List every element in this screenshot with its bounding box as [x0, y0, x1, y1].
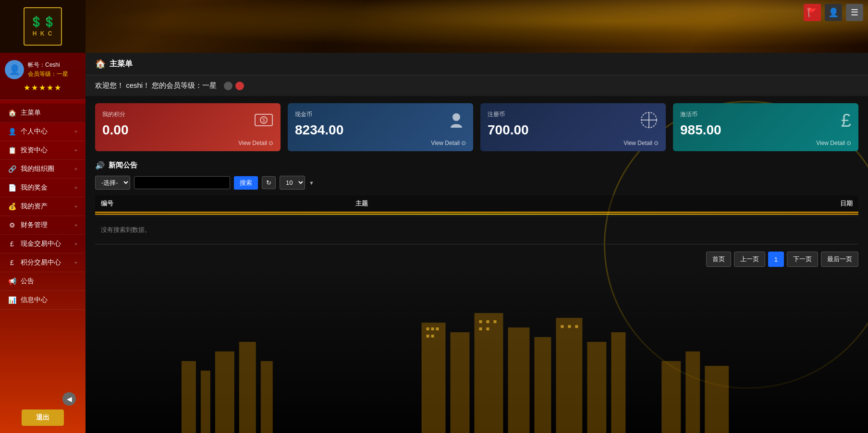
assets-nav-icon: 💰: [7, 203, 17, 210]
svg-rect-29: [486, 320, 489, 323]
sidebar-item-main-menu[interactable]: 🏠 主菜单: [0, 104, 86, 122]
user-stars: ★★★★★: [24, 83, 62, 92]
username-label: 帐号：Ceshi: [28, 61, 68, 69]
cash-view-detail[interactable]: View Detail ⊙: [431, 140, 466, 146]
svg-rect-12: [422, 323, 446, 433]
menu-button[interactable]: ☰: [846, 4, 863, 21]
points-card-value: 0.00: [102, 122, 273, 138]
activate-view-detail-text: View Detail: [816, 140, 845, 146]
news-title: 新闻公告: [109, 161, 137, 170]
search-input[interactable]: [134, 176, 230, 189]
logout-button[interactable]: 退出: [22, 409, 64, 426]
svg-text:$: $: [262, 118, 265, 123]
points-view-detail[interactable]: View Detail ⊙: [238, 140, 273, 146]
cash-card-icon: [447, 110, 466, 134]
svg-rect-16: [534, 337, 551, 433]
content-inner: 🏠 主菜单 欢迎您！ ceshi！ 您的会员等级：一星 我的积分 0.00: [86, 53, 868, 281]
cash-card-label: 现金币: [295, 110, 466, 119]
collapse-icon: ◀: [67, 395, 72, 403]
nav-label-investment: 投资中心: [21, 146, 48, 155]
sidebar-item-personal[interactable]: 👤 个人中心 ＋: [0, 122, 86, 141]
avatar-icon: 👤: [9, 64, 21, 75]
hamburger-icon: ☰: [851, 7, 858, 18]
collapse-sidebar-button[interactable]: ◀: [62, 392, 76, 406]
logo-box: 💲💲 H K C: [24, 7, 62, 46]
pagination: 首页 上一页 1 下一页 最后一页: [95, 244, 858, 274]
welcome-bar: 欢迎您！ ceshi！ 您的会员等级：一星: [86, 75, 868, 96]
activate-card-icon: £: [841, 110, 851, 131]
svg-point-3: [452, 113, 460, 121]
nav-label-personal: 个人中心: [21, 127, 48, 136]
news-table: 编号 主题 日期 没有搜索到数据。: [95, 195, 858, 244]
no-data-cell: 没有搜索到数据。: [95, 216, 858, 244]
last-page-button[interactable]: 最后一页: [821, 252, 858, 267]
announce-nav-icon: 📢: [7, 277, 17, 285]
sidebar-item-assets[interactable]: 💰 我的资产 ＋: [0, 197, 86, 216]
sidebar-item-cash-trade[interactable]: £ 现金交易中心 ＋: [0, 235, 86, 253]
sidebar-item-org[interactable]: 🔗 我的组织圈 ＋: [0, 160, 86, 179]
reg-view-detail[interactable]: View Detail ⊙: [623, 140, 659, 146]
welcome-text: 欢迎您！ ceshi！ 您的会员等级：一星: [95, 81, 217, 90]
user-info: 帐号：Ceshi 会员等级：一星: [28, 61, 68, 78]
svg-rect-18: [587, 342, 606, 433]
search-button[interactable]: 搜索: [234, 176, 258, 190]
user-button[interactable]: 👤: [825, 4, 842, 21]
svg-rect-23: [427, 327, 429, 330]
finance-nav-icon: ⚙: [7, 221, 17, 229]
svg-rect-31: [479, 327, 482, 330]
header-home-icon: 🏠: [95, 59, 106, 69]
svg-rect-8: [201, 371, 210, 433]
activate-view-detail[interactable]: View Detail ⊙: [816, 140, 851, 146]
cash-arrow-icon: ⊙: [461, 140, 466, 146]
current-page-button[interactable]: 1: [768, 252, 784, 267]
cash-view-detail-text: View Detail: [431, 140, 460, 146]
main-layout: 👤 帐号：Ceshi 会员等级：一星 ★★★★★ 🏠 主菜单 👤: [0, 53, 868, 433]
sidebar-item-investment[interactable]: 📋 投资中心 ＋: [0, 141, 86, 160]
sidebar-item-info[interactable]: 📊 信息中心: [0, 291, 86, 310]
col-date: 日期: [604, 195, 858, 212]
sidebar-item-bonus[interactable]: 📄 我的奖金 ＋: [0, 179, 86, 197]
next-page-button[interactable]: 下一页: [787, 252, 818, 267]
svg-rect-21: [685, 351, 700, 433]
table-divider-row: [95, 212, 858, 216]
sidebar-item-finance[interactable]: ⚙ 财务管理 ＋: [0, 216, 86, 235]
svg-rect-33: [561, 325, 563, 328]
activate-card-label: 激活币: [680, 110, 851, 119]
activate-card-value: 985.00: [680, 122, 851, 138]
svg-rect-10: [239, 342, 256, 433]
user-avatar-area: 👤 帐号：Ceshi 会员等级：一星: [5, 60, 81, 79]
svg-rect-13: [451, 332, 470, 433]
svg-rect-20: [661, 361, 681, 433]
svg-rect-17: [556, 318, 582, 433]
svg-rect-32: [486, 327, 489, 330]
nav-label-info: 信息中心: [21, 296, 48, 304]
svg-rect-22: [705, 366, 729, 433]
expand-icon-org: ＋: [73, 166, 78, 172]
sidebar-item-announce[interactable]: 📢 公告: [0, 272, 86, 291]
sidebar-item-points-trade[interactable]: £ 积分交易中心 ＋: [0, 253, 86, 272]
svg-rect-15: [508, 327, 529, 433]
speaker-icon: 🔊: [95, 161, 105, 170]
nav-items: 🏠 主菜单 👤 个人中心 ＋ 📋 投资中心 ＋ �: [0, 100, 86, 385]
points-trade-nav-icon: £: [7, 259, 17, 266]
prev-page-button[interactable]: 上一页: [734, 252, 765, 267]
points-card-icon: $: [254, 110, 273, 134]
page-size-arrow: ▼: [309, 180, 314, 186]
level-label: 会员等级：一星: [28, 70, 68, 78]
page-size-select[interactable]: 10 20 50: [280, 176, 305, 190]
refresh-button[interactable]: ↻: [262, 176, 276, 189]
svg-rect-34: [568, 325, 571, 328]
expand-icon-bonus: ＋: [73, 184, 78, 191]
svg-rect-7: [182, 361, 196, 433]
activate-arrow-icon: ⊙: [846, 140, 851, 146]
nav-label-announce: 公告: [21, 277, 34, 286]
first-page-button[interactable]: 首页: [706, 252, 731, 267]
info-nav-icon: 📊: [7, 296, 17, 304]
avatar: 👤: [5, 60, 24, 79]
expand-icon-cash-trade: ＋: [73, 241, 78, 247]
points-view-detail-text: View Detail: [238, 140, 267, 146]
person-nav-icon: 👤: [7, 128, 17, 135]
flag-button[interactable]: 🚩: [804, 4, 821, 21]
category-select[interactable]: -选择-: [95, 176, 130, 190]
level-dots: [224, 82, 244, 90]
